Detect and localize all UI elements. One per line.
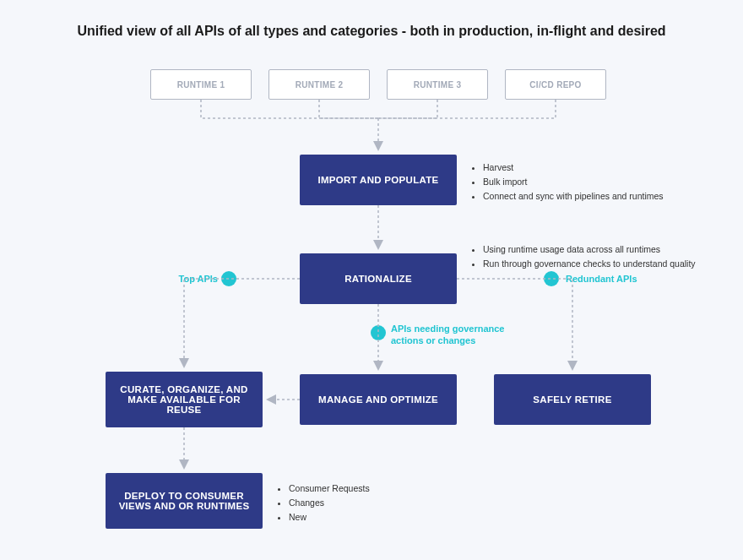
bullets-rationalize: Using runtime usage data across all runt…: [471, 242, 724, 271]
source-runtime1: RUNTIME 1: [150, 69, 252, 100]
step-manage: MANAGE AND OPTIMIZE: [300, 374, 457, 425]
bullet-item: Run through governance checks to underst…: [483, 257, 724, 271]
step-deploy: DEPLOY TO CONSUMER VIEWS AND OR RUNTIMES: [106, 473, 263, 529]
bullet-item: New: [289, 510, 412, 525]
step-rationalize: RATIONALIZE: [300, 253, 457, 304]
label-redundant: Redundant APIs: [566, 274, 667, 284]
bullet-item: Changes: [289, 496, 412, 510]
step-import: IMPORT AND POPULATE: [300, 155, 457, 205]
bullets-deploy: Consumer Requests Changes New: [277, 481, 412, 524]
bullet-item: Harvest: [483, 160, 699, 175]
source-runtime3: RUNTIME 3: [387, 69, 488, 100]
source-cicd: CI/CD REPO: [505, 69, 606, 100]
bullets-import: Harvest Bulk import Connect and sync wit…: [471, 160, 699, 203]
dot-top-apis: [221, 271, 236, 286]
bullet-item: Bulk import: [483, 175, 699, 189]
bullet-item: Connect and sync with pipelines and runt…: [483, 189, 699, 204]
step-curate: CURATE, ORGANIZE, AND MAKE AVAILABLE FOR…: [106, 372, 263, 427]
label-governance: APIs needing governance actions or chang…: [391, 323, 518, 347]
bullet-item: Consumer Requests: [289, 481, 412, 496]
dot-governance: [371, 325, 386, 340]
source-runtime2: RUNTIME 2: [268, 69, 370, 100]
diagram-title: Unified view of all APIs of all types an…: [0, 24, 743, 39]
dot-redundant: [544, 271, 559, 286]
bullet-item: Using runtime usage data across all runt…: [483, 242, 724, 257]
label-top-apis: Top APIs: [167, 274, 218, 284]
step-retire: SAFELY RETIRE: [494, 374, 651, 425]
